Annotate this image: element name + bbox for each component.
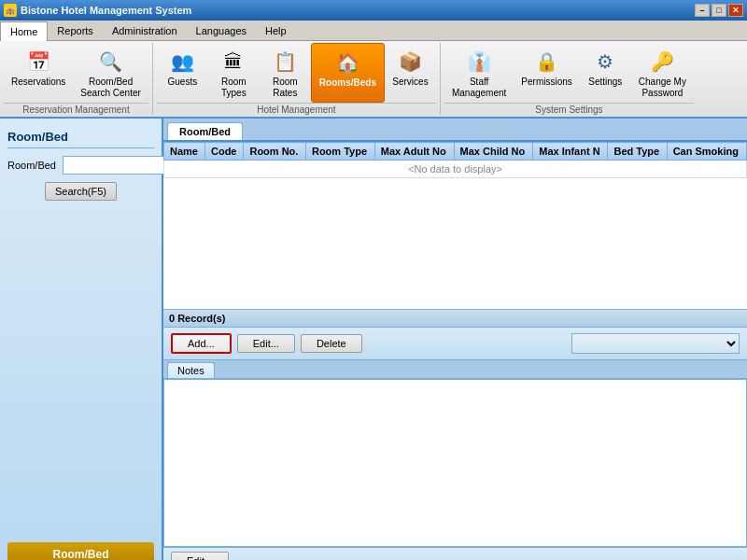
add-button[interactable]: Add... [171, 333, 232, 354]
table-area: Name Code Room No. Room Type Max Adult N… [163, 142, 747, 309]
room-rates-label: RoomRates [273, 77, 298, 99]
right-panel: Room/Bed Name Code Room No. Room Type Ma… [163, 119, 747, 560]
toolbar-section-reservation: 📅 Reservations 🔍 Room/BedSearch Center R… [0, 43, 153, 115]
col-max-adult: Max Adult No [374, 143, 454, 161]
staff-management-label: StaffManagement [452, 77, 506, 99]
toolbar-guests[interactable]: 👥 Guests [157, 43, 208, 103]
room-bed-field-label: Room/Bed [7, 160, 59, 171]
left-panel-title: Room/Bed [7, 126, 154, 148]
maximize-button[interactable]: □ [712, 4, 726, 17]
menu-help[interactable]: Help [256, 21, 296, 40]
tab-room-bed[interactable]: Room/Bed [167, 122, 243, 140]
rooms-table: Name Code Room No. Room Type Max Adult N… [163, 142, 747, 178]
notes-action-bar: Edit... [163, 547, 747, 560]
rooms-beds-label: Rooms/Beds [319, 77, 376, 89]
col-room-no: Room No. [244, 143, 306, 161]
menu-languages[interactable]: Languages [187, 21, 256, 40]
permissions-label: Permissions [521, 77, 571, 88]
services-label: Services [392, 77, 428, 88]
toolbar-permissions[interactable]: 🔒 Permissions [514, 43, 579, 103]
reservations-label: Reservations [11, 77, 65, 88]
edit-button[interactable]: Edit... [237, 334, 295, 353]
title-bar-left: 🏨 Bistone Hotel Management System [4, 4, 191, 17]
hotel-management-label: Hotel Management [157, 103, 436, 115]
col-bed-type: Bed Type [608, 143, 667, 161]
menu-bar: Home Reports Administration Languages He… [0, 21, 747, 41]
main-content: Room/Bed Room/Bed Search(F5) Room/Bed Ro… [0, 119, 747, 560]
col-name: Name [164, 143, 205, 161]
app-icon: 🏨 [4, 4, 17, 17]
room-bed-search-icon: 🔍 [96, 47, 126, 77]
no-data-cell: <No data to display> [164, 161, 747, 178]
reservations-icon: 📅 [23, 47, 53, 77]
left-bottom-label: Room/Bed [7, 542, 154, 560]
staff-management-icon: 👔 [464, 47, 494, 77]
change-password-icon: 🔑 [647, 47, 677, 77]
room-bed-search-label: Room/BedSearch Center [80, 77, 140, 99]
table-header-row: Name Code Room No. Room Type Max Adult N… [164, 143, 747, 161]
no-data-row: <No data to display> [164, 161, 747, 178]
close-button[interactable]: ✕ [728, 4, 743, 17]
menu-reports[interactable]: Reports [48, 21, 103, 40]
toolbar-rooms-beds[interactable]: 🏠 Rooms/Beds [311, 43, 385, 103]
room-types-label: RoomTypes [221, 77, 247, 99]
toolbar-items-system: 👔 StaffManagement 🔒 Permissions ⚙ Settin… [444, 43, 694, 103]
toolbar-room-bed-search[interactable]: 🔍 Room/BedSearch Center [73, 43, 148, 103]
col-can-smoking: Can Smoking [667, 143, 746, 161]
settings-label: Settings [588, 77, 622, 88]
toolbar-change-password[interactable]: 🔑 Change MyPassword [631, 43, 694, 103]
dropdown-select[interactable] [571, 333, 740, 354]
notes-tab-bar: Notes [163, 360, 747, 379]
app-title: Bistone Hotel Management System [21, 5, 191, 16]
left-panel: Room/Bed Room/Bed Search(F5) Room/Bed [0, 119, 163, 560]
system-settings-label: System Settings [444, 103, 694, 115]
guests-icon: 👥 [167, 47, 197, 77]
toolbar-reservations[interactable]: 📅 Reservations [4, 43, 73, 103]
col-max-child: Max Child No [454, 143, 533, 161]
window-controls[interactable]: – □ ✕ [695, 4, 743, 17]
room-types-icon: 🏛 [218, 47, 248, 77]
menu-home[interactable]: Home [0, 21, 48, 41]
action-bar: Add... Edit... Delete [163, 328, 747, 360]
services-icon: 📦 [395, 47, 425, 77]
toolbar-items-reservation: 📅 Reservations 🔍 Room/BedSearch Center [4, 43, 148, 103]
rooms-beds-icon: 🏠 [332, 48, 362, 77]
room-bed-field-row: Room/Bed [7, 156, 154, 175]
delete-button[interactable]: Delete [301, 334, 362, 353]
toolbar-settings[interactable]: ⚙ Settings [580, 43, 631, 103]
permissions-icon: 🔒 [532, 47, 562, 77]
guests-label: Guests [168, 77, 198, 88]
room-rates-icon: 📋 [270, 47, 300, 77]
col-code: Code [204, 143, 243, 161]
menu-administration[interactable]: Administration [103, 21, 187, 40]
col-max-infant: Max Infant N [533, 143, 608, 161]
change-password-label: Change MyPassword [639, 77, 686, 99]
minimize-button[interactable]: – [695, 4, 710, 17]
toolbar: 📅 Reservations 🔍 Room/BedSearch Center R… [0, 41, 747, 119]
notes-edit-button[interactable]: Edit... [171, 552, 229, 560]
toolbar-room-types[interactable]: 🏛 RoomTypes [208, 43, 260, 103]
toolbar-section-system: 👔 StaffManagement 🔒 Permissions ⚙ Settin… [441, 43, 698, 115]
toolbar-services[interactable]: 📦 Services [385, 43, 436, 103]
dropdown-area [571, 333, 740, 354]
search-button[interactable]: Search(F5) [45, 182, 117, 201]
toolbar-staff-management[interactable]: 👔 StaffManagement [444, 43, 514, 103]
main-tab-bar: Room/Bed [163, 119, 747, 142]
settings-icon: ⚙ [590, 47, 620, 77]
notes-tab[interactable]: Notes [167, 362, 215, 378]
notes-area [163, 379, 747, 548]
toolbar-items-hotel: 👥 Guests 🏛 RoomTypes 📋 RoomRates 🏠 Rooms… [157, 43, 436, 103]
title-bar: 🏨 Bistone Hotel Management System – □ ✕ [0, 0, 747, 21]
toolbar-room-rates[interactable]: 📋 RoomRates [260, 43, 311, 103]
col-room-type: Room Type [305, 143, 374, 161]
search-btn-wrapper: Search(F5) [7, 182, 154, 201]
reservation-management-label: Reservation Management [4, 103, 148, 115]
status-bar: 0 Record(s) [163, 309, 747, 328]
toolbar-section-hotel: 👥 Guests 🏛 RoomTypes 📋 RoomRates 🏠 Rooms… [153, 43, 441, 115]
